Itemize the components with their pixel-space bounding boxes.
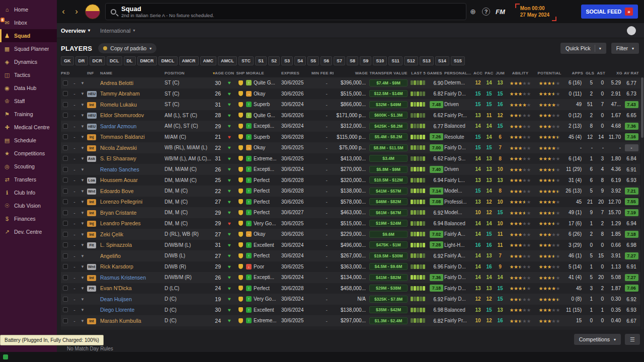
- position-filter-s3[interactable]: S3: [281, 56, 293, 65]
- row-expand-chevron[interactable]: ▾: [78, 145, 87, 150]
- row-checkbox[interactable]: [63, 189, 68, 194]
- sidebar-item-dev-centre[interactable]: ↗Dev. Centre: [0, 225, 57, 238]
- position-filter-stc[interactable]: STC: [238, 56, 254, 65]
- column-header-expires[interactable]: EXPIRES: [281, 71, 311, 75]
- row-expand-chevron[interactable]: ▾: [78, 91, 87, 96]
- player-name[interactable]: Tammy Abraham: [100, 90, 165, 97]
- position-filter-s6[interactable]: S6: [320, 56, 332, 65]
- row-expand-chevron[interactable]: ▾: [78, 221, 87, 226]
- player-name[interactable]: Rick Karsdorp: [100, 263, 165, 269]
- column-header-morale[interactable]: MORALE: [246, 71, 281, 75]
- competitions-dropdown[interactable]: Competitions ▾: [574, 334, 621, 345]
- player-row[interactable]: -▾AskS. El ShaarawyWB/M (L), AM (LC)...3…: [61, 153, 640, 164]
- social-feed-button[interactable]: SOCIAL FEED »: [581, 5, 638, 19]
- player-name[interactable]: Sardar Azmoun: [100, 123, 165, 129]
- quick-pick-button[interactable]: Quick Pick ▾: [560, 43, 606, 54]
- row-checkbox[interactable]: [63, 253, 68, 258]
- row-expand-chevron[interactable]: ▾: [78, 80, 87, 85]
- row-expand-chevron[interactable]: ▾: [78, 275, 87, 280]
- player-row[interactable]: -▾nEUTammy AbrahamST (C)26♥→Okay30/6/202…: [61, 88, 640, 100]
- position-filter-gk[interactable]: GK: [61, 56, 74, 65]
- player-row[interactable]: -▾IntRasmus KristensenD/WB/M (R)26♥↑Exce…: [61, 272, 640, 283]
- row-expand-chevron[interactable]: ▾: [78, 242, 87, 247]
- sidebar-item-squad-planner[interactable]: ▦Squad Planner: [0, 42, 57, 55]
- sidebar-item-schedule[interactable]: ▤Schedule: [0, 134, 57, 147]
- player-name[interactable]: Dean Huijsen: [100, 296, 165, 302]
- sidebar-item-inbox[interactable]: 6✉Inbox: [0, 16, 57, 29]
- player-name[interactable]: Rasmus Kristensen: [100, 275, 165, 281]
- position-filter-s10[interactable]: S10: [373, 56, 387, 65]
- row-checkbox[interactable]: [63, 297, 68, 302]
- player-row[interactable]: -▾WntRick KarsdorpD/WB (R)29♥↓Poor30/6/2…: [61, 261, 640, 273]
- sidebar-item-medical-centre[interactable]: ✚Medical Centre: [0, 121, 57, 134]
- player-name[interactable]: Edoardo Bove: [100, 188, 165, 194]
- tab-overview[interactable]: Overview▾: [61, 28, 90, 34]
- position-filter-s15[interactable]: S15: [451, 56, 465, 65]
- row-expand-chevron[interactable]: ▾: [78, 177, 87, 183]
- row-expand-chevron[interactable]: ▾: [78, 264, 87, 269]
- sidebar-item-club-info[interactable]: ℹClub Info: [0, 186, 57, 199]
- position-filter-dcr[interactable]: DCR: [90, 56, 106, 65]
- row-expand-chevron[interactable]: ▾: [78, 232, 87, 237]
- row-expand-chevron[interactable]: ▾: [78, 113, 87, 118]
- row-checkbox[interactable]: [63, 318, 68, 323]
- player-name[interactable]: Zeki Çelik: [100, 231, 165, 237]
- sidebar-item-dynamics[interactable]: ◈Dynamics: [0, 55, 57, 68]
- position-filter-s5[interactable]: S5: [307, 56, 319, 65]
- row-checkbox[interactable]: [63, 210, 68, 215]
- player-name[interactable]: Andrea Belotti: [100, 80, 165, 86]
- player-name[interactable]: Evan N'Dicka: [100, 285, 165, 291]
- player-name[interactable]: Marash Kumbulla: [100, 318, 165, 324]
- column-header-position[interactable]: POSITION: [165, 71, 212, 75]
- row-expand-chevron[interactable]: ▾: [78, 167, 87, 172]
- row-checkbox[interactable]: [63, 307, 68, 312]
- title-search-bar[interactable]: Squad 2nd in Italian Serie A - No fixtur…: [105, 3, 466, 20]
- player-name[interactable]: S. El Shaarawy: [100, 155, 165, 161]
- row-checkbox[interactable]: [63, 167, 68, 172]
- player-row[interactable]: -▾WntEdoardo BoveDM, M (C)22♥↑Perfect30/…: [61, 186, 640, 197]
- row-expand-chevron[interactable]: ▾: [78, 286, 87, 291]
- forward-button[interactable]: ›: [70, 0, 83, 23]
- column-header-jum[interactable]: JUM: [495, 71, 506, 75]
- position-filter-amcl[interactable]: AMCL: [218, 56, 237, 65]
- player-row[interactable]: -▾nEUSardar AzmounAM (C), ST (C)29♥↑Exce…: [61, 121, 640, 132]
- player-name[interactable]: Bryan Cristante: [100, 210, 165, 216]
- row-checkbox[interactable]: [63, 102, 68, 107]
- player-row[interactable]: -▾AngeliñoD/WB (L)27♥↑Perfect30/6/2024-$…: [61, 250, 640, 261]
- player-name[interactable]: Diego Llorente: [100, 307, 165, 313]
- sidebar-item-transfers[interactable]: ⇄Transfers: [0, 173, 57, 186]
- row-expand-chevron[interactable]: ▾: [78, 189, 87, 194]
- row-checkbox[interactable]: [63, 264, 68, 269]
- column-header-xg[interactable]: XG: [605, 71, 622, 75]
- column-header-min-fee-rl[interactable]: MIN FEE RL...: [311, 71, 334, 75]
- player-name[interactable]: Lorenzo Pellegrini: [100, 199, 165, 205]
- column-header-ability[interactable]: ABILITY: [506, 71, 535, 75]
- player-row[interactable]: -▾nEUEldor ShomurodovAM (L), ST (C)28♥↑Q…: [61, 110, 640, 121]
- position-filter-s12[interactable]: S12: [404, 56, 418, 65]
- row-checkbox[interactable]: [63, 199, 68, 204]
- position-filter-s2[interactable]: S2: [268, 56, 280, 65]
- world-icon[interactable]: ⊕: [466, 8, 479, 16]
- position-filter-amcr[interactable]: AMCR: [179, 56, 199, 65]
- row-expand-chevron[interactable]: ▾: [78, 297, 87, 302]
- player-name[interactable]: Renato Sanches: [100, 166, 165, 172]
- position-filter-dr[interactable]: DR: [75, 56, 88, 65]
- row-checkbox[interactable]: [63, 124, 68, 129]
- player-row[interactable]: -▾IntBryan CristanteDM, M (C)29♥↑Perfect…: [61, 207, 640, 218]
- player-name[interactable]: Eldor Shomurodov: [100, 112, 165, 118]
- row-checkbox[interactable]: [63, 242, 68, 247]
- column-header-inf[interactable]: INF: [87, 71, 100, 75]
- row-checkbox[interactable]: [63, 134, 68, 139]
- row-expand-chevron[interactable]: ▾: [78, 199, 87, 204]
- row-checkbox[interactable]: [63, 113, 68, 118]
- player-name[interactable]: Nicola Zalewski: [100, 145, 165, 151]
- position-filter-dmcr[interactable]: DMCR: [137, 56, 157, 65]
- sidebar-item-staff[interactable]: ♔Staff: [0, 95, 57, 108]
- row-expand-chevron[interactable]: ▾: [78, 210, 87, 215]
- row-expand-chevron[interactable]: ▾: [78, 124, 87, 129]
- column-header-pac[interactable]: PAC: [484, 71, 495, 75]
- manager-avatar[interactable]: [627, 26, 636, 35]
- player-row[interactable]: -▾IntLorenzo PellegriniDM, M (C)27♥↑Perf…: [61, 197, 640, 208]
- player-name[interactable]: Houssem Aouar: [100, 177, 165, 183]
- player-row[interactable]: -▾InjLeandro ParedesDM, M (C)29♥↑Very Go…: [61, 218, 640, 229]
